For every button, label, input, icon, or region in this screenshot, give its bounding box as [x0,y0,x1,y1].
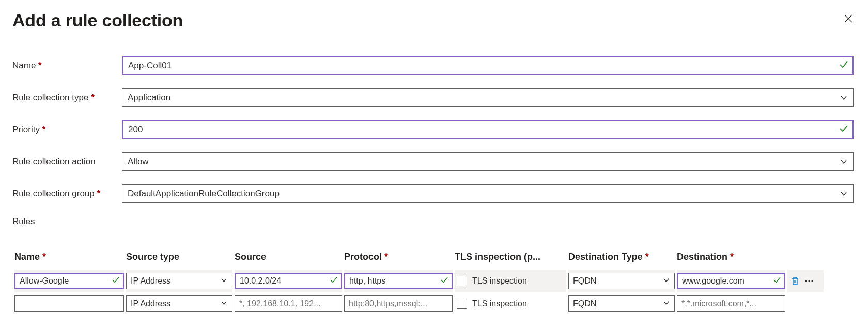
rule-tls-label: TLS inspection [472,299,527,308]
close-icon [843,13,854,24]
th-actions [787,257,824,264]
trash-icon [791,276,800,286]
label-group: Rule collection group * [12,189,122,199]
th-name: Name * [14,252,124,270]
rule-source-type-select[interactable]: IP Address [126,273,233,289]
rule-source-input[interactable] [235,295,342,312]
label-action: Rule collection action [12,157,122,167]
th-source-type: Source type [126,252,233,270]
rule-dest-type-select[interactable]: FQDN [568,295,675,312]
rule-name-input[interactable] [14,295,124,312]
rule-source-input[interactable] [235,273,342,289]
svg-point-1 [808,280,810,282]
name-input[interactable] [122,56,854,75]
group-select[interactable]: DefaultApplicationRuleCollectionGroup [122,184,854,203]
svg-point-2 [811,280,813,282]
svg-point-0 [805,280,807,282]
rules-section-label: Rules [12,216,854,227]
th-tls: TLS inspection (p... [455,252,566,270]
rule-dest-type-select[interactable]: FQDN [568,273,675,289]
rule-tls-checkbox[interactable] [457,276,467,286]
label-name: Name * [12,60,122,71]
rule-protocol-input[interactable] [344,273,453,289]
rule-tls-label: TLS inspection [472,276,527,286]
more-icon [804,276,814,286]
th-source: Source [235,252,342,270]
type-select[interactable]: Application [122,88,854,107]
rule-tls-checkbox[interactable] [457,299,467,309]
delete-rule-button[interactable] [791,276,800,286]
action-select[interactable]: Allow [122,152,854,171]
rule-dest-input[interactable] [677,273,785,289]
rule-dest-input[interactable] [677,295,785,312]
close-button[interactable] [843,10,854,26]
page-title: Add a rule collection [12,10,183,30]
priority-input[interactable] [122,120,854,139]
label-priority: Priority * [12,124,122,135]
label-type: Rule collection type * [12,92,122,103]
th-dest: Destination * [677,252,785,270]
rule-source-type-select[interactable]: IP Address [126,295,233,312]
rule-name-input[interactable] [14,273,124,289]
th-dest-type: Destination Type * [568,252,675,270]
th-protocol: Protocol * [344,252,453,270]
more-actions-button[interactable] [804,276,814,286]
rule-protocol-input[interactable] [344,295,453,312]
